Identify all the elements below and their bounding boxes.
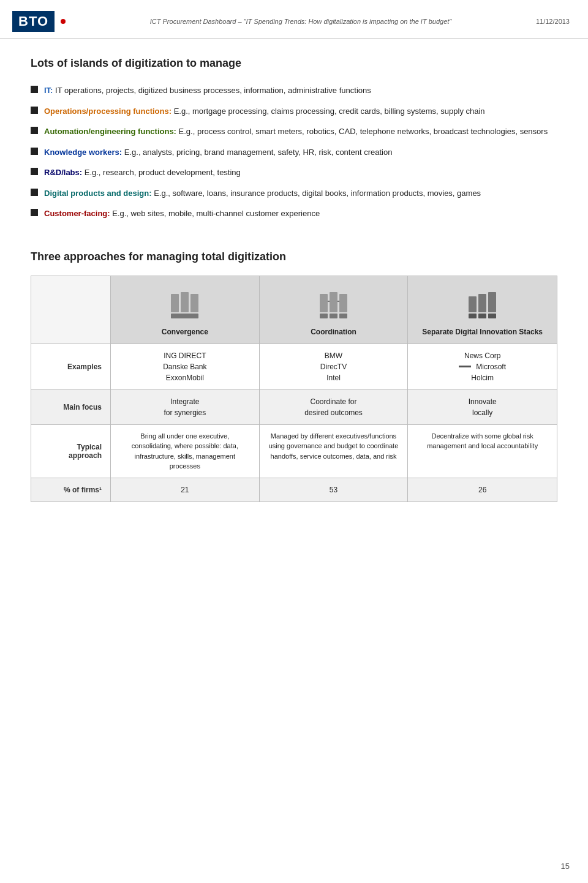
- logo-text: BTO: [12, 11, 55, 32]
- logo-area: BTO: [12, 11, 66, 32]
- bullet-label-rnd: R&D/labs:: [44, 168, 82, 177]
- table-row-typical: Typical approach Bring all under one exe…: [31, 424, 557, 478]
- bullet-label-know: Knowledge workers:: [44, 148, 122, 157]
- cell-typical-separate: Decentralize with some global risk manag…: [408, 425, 557, 478]
- list-item: Digital products and design: E.g., softw…: [31, 187, 557, 200]
- separate-label: Separate Digital Innovation Stacks: [422, 328, 543, 336]
- svg-rect-8: [339, 294, 347, 312]
- cell-typical-convergence: Bring all under one executive, consolida…: [111, 425, 260, 478]
- bullet-icon: [31, 148, 38, 155]
- svg-rect-0: [171, 294, 179, 312]
- bullet-list: IT: IT operations, projects, digitized b…: [31, 85, 557, 220]
- table-header-separate: Separate Digital Innovation Stacks: [408, 276, 557, 344]
- svg-rect-2: [190, 294, 198, 312]
- cell-typical-coordination: Managed by different executives/function…: [260, 425, 409, 478]
- logo-dot: [61, 19, 66, 24]
- list-item: Customer-facing: E.g., web sites, mobile…: [31, 208, 557, 220]
- cell-mainfocus-convergence: Integrate for synergies: [111, 390, 260, 424]
- table-header-convergence: Convergence: [111, 276, 260, 344]
- bullet-icon: [31, 168, 38, 175]
- cell-percent-coordination: 53: [260, 478, 409, 502]
- svg-rect-4: [320, 294, 328, 312]
- bullet-label-ops: Operations/processing functions:: [44, 107, 172, 116]
- svg-rect-14: [478, 294, 486, 312]
- list-item: Operations/processing functions: E.g., m…: [31, 105, 557, 118]
- cell-mainfocus-separate: Innovate locally: [408, 390, 557, 424]
- table-row-percent: % of firms¹ 21 53 26: [31, 478, 557, 502]
- svg-rect-15: [478, 314, 486, 318]
- svg-rect-13: [469, 314, 477, 318]
- list-item: R&D/labs: E.g., research, product develo…: [31, 167, 557, 179]
- svg-rect-9: [339, 314, 347, 318]
- approaches-title: Three approaches for managing total digi…: [31, 250, 557, 263]
- table-header-empty: [31, 276, 111, 344]
- list-item: Automation/engineering functions: E.g., …: [31, 126, 557, 138]
- dash-icon: [459, 366, 471, 367]
- svg-rect-7: [330, 314, 337, 318]
- table-row-mainfocus: Main focus Integrate for synergies Coord…: [31, 389, 557, 424]
- cell-percent-separate: 26: [408, 478, 557, 502]
- svg-rect-16: [488, 292, 496, 312]
- svg-rect-1: [181, 292, 189, 312]
- header-subtitle: ICT Procurement Dashboard – "IT Spending…: [66, 18, 536, 25]
- bullet-icon: [31, 209, 38, 216]
- cell-examples-coordination: BMW DirecTV Intel: [260, 344, 409, 389]
- bullet-label-it: IT:: [44, 86, 53, 95]
- bullet-icon: [31, 86, 38, 93]
- bullet-text-ops: E.g., mortgage processing, claims proces…: [172, 107, 485, 116]
- bullet-label-auto: Automation/engineering functions:: [44, 127, 176, 136]
- convergence-label: Convergence: [162, 328, 208, 336]
- convergence-icon: [168, 289, 202, 323]
- header-date: 11/12/2013: [536, 18, 570, 25]
- row-label-mainfocus: Main focus: [31, 390, 111, 424]
- bullet-icon: [31, 189, 38, 196]
- bullet-text-auto: E.g., process control, smart meters, rob…: [176, 127, 548, 136]
- svg-rect-12: [469, 296, 477, 312]
- bullet-label-digital: Digital products and design:: [44, 189, 152, 198]
- bullet-text-rnd: E.g., research, product development, tes…: [82, 168, 241, 177]
- svg-rect-6: [330, 292, 337, 312]
- approaches-table: Convergence C: [31, 276, 557, 502]
- svg-rect-3: [171, 314, 198, 318]
- coordination-label: Coordination: [311, 328, 356, 336]
- cell-examples-convergence: ING DIRECT Danske Bank ExxonMobil: [111, 344, 260, 389]
- page-header: BTO ICT Procurement Dashboard – "IT Spen…: [0, 0, 588, 39]
- svg-rect-5: [320, 314, 328, 318]
- main-title: Lots of islands of digitization to manag…: [31, 57, 557, 70]
- page-content: Lots of islands of digitization to manag…: [0, 39, 588, 527]
- cell-percent-convergence: 21: [111, 478, 260, 502]
- bullet-text-it: IT operations, projects, digitized busin…: [53, 86, 371, 95]
- bullet-icon: [31, 107, 38, 114]
- svg-rect-17: [488, 314, 496, 318]
- row-label-percent: % of firms¹: [31, 478, 111, 502]
- bullet-text-know: E.g., analysts, pricing, brand managemen…: [122, 148, 392, 157]
- coordination-icon: [317, 289, 350, 323]
- page-number: 15: [561, 862, 570, 871]
- row-label-examples: Examples: [31, 344, 111, 389]
- row-label-typical: Typical approach: [31, 425, 111, 478]
- cell-examples-separate: News Corp Microsoft Holcim: [408, 344, 557, 389]
- bullet-icon: [31, 127, 38, 134]
- bullet-text-digital: E.g., software, loans, insurance product…: [152, 189, 481, 198]
- list-item: IT: IT operations, projects, digitized b…: [31, 85, 557, 97]
- list-item: Knowledge workers: E.g., analysts, prici…: [31, 146, 557, 159]
- bullet-label-customer: Customer-facing:: [44, 209, 110, 218]
- cell-mainfocus-coordination: Coordinate for desired outcomes: [260, 390, 409, 424]
- table-header-row: Convergence C: [31, 276, 557, 344]
- separate-icon: [466, 289, 499, 323]
- table-header-coordination: Coordination: [260, 276, 409, 344]
- bullet-text-customer: E.g., web sites, mobile, multi-channel c…: [110, 209, 320, 218]
- table-row-examples: Examples ING DIRECT Danske Bank ExxonMob…: [31, 344, 557, 389]
